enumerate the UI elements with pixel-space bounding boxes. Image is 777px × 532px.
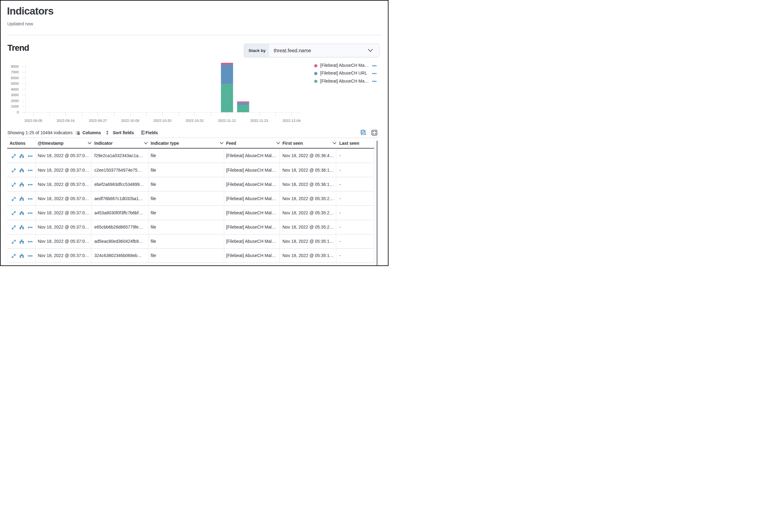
svg-text:Stack by: Stack by (249, 48, 266, 53)
svg-text:Nov 18, 2022 @ 05:35:1…: Nov 18, 2022 @ 05:35:1… (283, 253, 334, 258)
svg-text:-: - (339, 182, 341, 187)
svg-text:ad5eac80ed360424fb9…: ad5eac80ed360424fb9… (94, 239, 143, 244)
svg-text:[Filebeat] AbuseCH Mal…: [Filebeat] AbuseCH Mal… (226, 182, 276, 187)
svg-text:Last seen: Last seen (339, 141, 359, 146)
svg-text:0: 0 (17, 110, 19, 114)
svg-text:Columns: Columns (82, 130, 101, 135)
svg-text:-: - (339, 210, 341, 215)
svg-text:[Filebeat] AbuseCH Mal…: [Filebeat] AbuseCH Mal… (226, 253, 276, 258)
svg-text:First seen: First seen (283, 141, 303, 146)
svg-text:-: - (339, 196, 341, 201)
svg-text:2022-09-05: 2022-09-05 (24, 119, 42, 122)
svg-text:324c63802346b068eb…: 324c63802346b068eb… (94, 253, 142, 258)
svg-text:-: - (339, 253, 341, 258)
svg-text:[Filebeat] AbuseCH Mal…: [Filebeat] AbuseCH Mal… (226, 210, 276, 215)
svg-text:f29e2ca1a032343ac1a…: f29e2ca1a032343ac1a… (94, 153, 142, 158)
svg-text:a453a8030f0f3ffc7b6bf…: a453a8030f0f3ffc7b6bf… (94, 210, 143, 215)
svg-text:Nov 18, 2022 @ 05:36:1…: Nov 18, 2022 @ 05:36:1… (283, 182, 334, 187)
svg-text:[Filebeat] AbuseCH Mal…: [Filebeat] AbuseCH Mal… (226, 239, 276, 244)
svg-text:2022-12-04: 2022-12-04 (283, 119, 300, 122)
svg-text:2022-09-16: 2022-09-16 (57, 119, 75, 122)
svg-text:Nov 18, 2022 @ 05:35:2…: Nov 18, 2022 @ 05:35:2… (283, 196, 334, 201)
svg-text:7000: 7000 (11, 70, 19, 74)
svg-text:[Filebeat] AbuseCH Mal…: [Filebeat] AbuseCH Mal… (226, 153, 276, 158)
svg-text:file: file (151, 168, 156, 173)
svg-text:-: - (339, 239, 341, 244)
svg-text:1000: 1000 (11, 105, 19, 108)
svg-text:Nov 18, 2022 @ 05:37:0…: Nov 18, 2022 @ 05:37:0… (38, 253, 89, 258)
svg-text:2022-09-27: 2022-09-27 (89, 119, 107, 122)
svg-text:file: file (151, 153, 156, 158)
svg-text:file: file (151, 196, 156, 201)
svg-text:file: file (151, 210, 156, 215)
svg-text:Nov 18, 2022 @ 05:37:0…: Nov 18, 2022 @ 05:37:0… (38, 153, 89, 158)
svg-text:[Filebeat] AbuseCH Mal…: [Filebeat] AbuseCH Mal… (226, 196, 276, 201)
svg-text:ebef2a6983dfcc534899…: ebef2a6983dfcc534899… (94, 182, 144, 187)
svg-text:c2ee15037764974e75…: c2ee15037764974e75… (94, 168, 142, 173)
svg-text:Feed: Feed (226, 141, 236, 146)
svg-text:Nov 18, 2022 @ 05:36:4…: Nov 18, 2022 @ 05:36:4… (283, 153, 334, 158)
svg-text:aedf76b667c1d032ba1…: aedf76b667c1d032ba1… (94, 196, 143, 201)
svg-text:Nov 18, 2022 @ 05:35:1…: Nov 18, 2022 @ 05:35:1… (283, 239, 334, 244)
svg-text:6000: 6000 (11, 76, 19, 80)
svg-text:Nov 18, 2022 @ 05:37:0…: Nov 18, 2022 @ 05:37:0… (38, 168, 89, 173)
svg-text:Trend: Trend (7, 43, 29, 52)
svg-text:Updated now: Updated now (7, 21, 33, 26)
svg-text:3000: 3000 (11, 93, 19, 97)
svg-text:Nov 18, 2022 @ 05:37:0…: Nov 18, 2022 @ 05:37:0… (38, 225, 89, 229)
svg-text:[Filebeat] AbuseCH Ma…: [Filebeat] AbuseCH Ma… (320, 63, 369, 68)
svg-text:Actions: Actions (10, 141, 26, 146)
svg-text:2022-10-09: 2022-10-09 (121, 119, 139, 122)
svg-text:Nov 18, 2022 @ 05:37:0…: Nov 18, 2022 @ 05:37:0… (38, 210, 89, 215)
svg-text:-: - (339, 153, 341, 158)
svg-text:4000: 4000 (11, 88, 19, 91)
svg-text:Sort fields: Sort fields (113, 130, 134, 135)
svg-text:[Filebeat] AbuseCH URL: [Filebeat] AbuseCH URL (320, 71, 367, 76)
svg-text:8000: 8000 (11, 65, 19, 68)
svg-text:Indicator: Indicator (94, 141, 113, 146)
svg-text:[Filebeat] AbuseCH Mal…: [Filebeat] AbuseCH Mal… (226, 168, 276, 173)
svg-text:file: file (151, 253, 156, 258)
svg-text:[Filebeat] AbuseCH Mal…: [Filebeat] AbuseCH Mal… (226, 225, 276, 229)
svg-text:Indicators: Indicators (7, 5, 53, 17)
svg-text:file: file (151, 225, 156, 229)
svg-text:-: - (339, 168, 341, 173)
svg-text:2022-11-12: 2022-11-12 (218, 119, 236, 122)
svg-text:Nov 18, 2022 @ 05:36:1…: Nov 18, 2022 @ 05:36:1… (283, 168, 334, 173)
svg-text:2022-11-23: 2022-11-23 (250, 119, 268, 122)
svg-text:Nov 18, 2022 @ 05:37:0…: Nov 18, 2022 @ 05:37:0… (38, 196, 89, 201)
svg-text:2022-10-31: 2022-10-31 (186, 119, 204, 122)
svg-text:e65cbb6b28d865779fe…: e65cbb6b28d865779fe… (94, 225, 143, 229)
svg-text:Nov 18, 2022 @ 05:37:0…: Nov 18, 2022 @ 05:37:0… (38, 239, 89, 244)
svg-text:[Filebeat] AbuseCH Ma…: [Filebeat] AbuseCH Ma… (320, 79, 369, 84)
svg-text:Nov 18, 2022 @ 05:35:2…: Nov 18, 2022 @ 05:35:2… (283, 225, 334, 229)
svg-text:2022-10-20: 2022-10-20 (153, 119, 172, 122)
svg-text:Nov 18, 2022 @ 05:35:2…: Nov 18, 2022 @ 05:35:2… (283, 210, 334, 215)
svg-text:threat.feed.name: threat.feed.name (274, 48, 311, 53)
svg-text:-: - (339, 225, 341, 229)
svg-text:file: file (151, 239, 156, 244)
svg-text:Indicator type: Indicator type (151, 141, 179, 146)
svg-text:Showing 1-25 of 10494 indicato: Showing 1-25 of 10494 indicators (7, 130, 73, 135)
svg-text:2000: 2000 (11, 99, 19, 103)
svg-text:file: file (151, 182, 156, 187)
svg-text:5000: 5000 (11, 82, 19, 85)
svg-text:@timestamp: @timestamp (38, 141, 64, 146)
svg-text:Fields: Fields (145, 130, 158, 135)
svg-text:Nov 18, 2022 @ 05:37:0…: Nov 18, 2022 @ 05:37:0… (38, 182, 89, 187)
